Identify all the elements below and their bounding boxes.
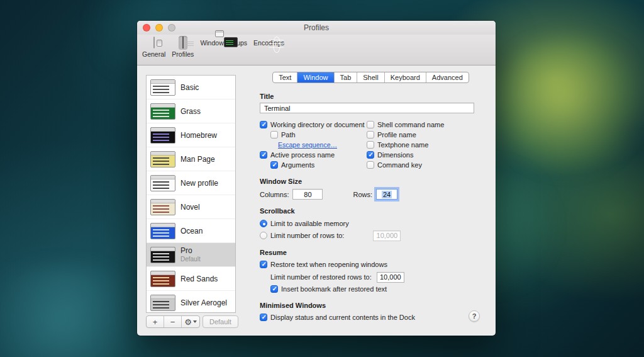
profile-row-ocean[interactable]: Ocean	[147, 219, 235, 243]
radio-label: Limit to available memory	[270, 220, 349, 227]
profile-thumbnail	[150, 175, 175, 191]
columns-input[interactable]: 80	[292, 189, 323, 200]
checkbox[interactable]	[367, 131, 374, 139]
profile-name: Homebrew	[180, 131, 217, 140]
checkbox-label: Shell command name	[377, 121, 444, 128]
toolbar-item-general[interactable]: General	[142, 36, 165, 58]
checkbox[interactable]	[260, 151, 267, 159]
working-directory-checkbox-row[interactable]: Working directory or document	[260, 120, 367, 130]
command-key-checkbox-row[interactable]: Command key	[367, 160, 482, 170]
checkbox-label: Active process name	[270, 151, 335, 159]
insert-bookmark-checkbox-row[interactable]: Insert bookmark after restored text	[260, 284, 482, 294]
dimensions-checkbox-row[interactable]: Dimensions	[367, 150, 482, 160]
profile-name: Silver Aerogel	[180, 298, 227, 307]
help-button[interactable]: ?	[469, 310, 480, 322]
path-checkbox-row[interactable]: Path	[260, 130, 367, 140]
checkbox[interactable]	[270, 285, 278, 293]
profile-name: Novel	[180, 203, 200, 212]
scrollback-rows-input[interactable]: 10,000	[373, 230, 401, 241]
profile-list: Basic Grass Homebrew Man Page New profil…	[146, 75, 236, 313]
tab-text[interactable]: Text	[273, 72, 297, 82]
checkbox[interactable]	[367, 121, 374, 128]
tab-shell[interactable]: Shell	[357, 72, 384, 82]
profile-row-pro[interactable]: Pro Default	[147, 243, 235, 267]
checkbox[interactable]	[367, 151, 374, 159]
window-size-heading: Window Size	[260, 178, 482, 185]
profile-row-homebrew[interactable]: Homebrew	[147, 123, 235, 147]
escape-sequence-link[interactable]: Escape sequence…	[278, 141, 337, 149]
textphone-name-checkbox-row[interactable]: Textphone name	[367, 140, 482, 150]
set-default-button[interactable]: Default	[203, 315, 238, 328]
zoom-button[interactable]	[168, 24, 175, 31]
add-profile-button[interactable]: +	[147, 316, 164, 327]
profile-row-man-page[interactable]: Man Page	[147, 147, 235, 171]
checkbox[interactable]	[260, 314, 267, 321]
profile-thumbnail	[150, 79, 175, 96]
profile-name: Grass	[180, 107, 201, 116]
checkbox-label: Working directory or document	[270, 121, 365, 128]
arguments-checkbox-row[interactable]: Arguments	[260, 160, 367, 170]
profile-thumbnail	[150, 271, 175, 287]
checkbox[interactable]	[260, 121, 267, 128]
profile-thumbnail	[150, 103, 175, 120]
active-process-checkbox-row[interactable]: Active process name	[260, 150, 367, 160]
toolbar-item-profiles[interactable]: Profiles	[172, 36, 194, 58]
limit-rows-radio-row[interactable]: Limit number of rows to: 10,000	[260, 230, 482, 241]
profile-row-new-profile[interactable]: New profile	[147, 171, 235, 195]
toolbar-item-window-groups[interactable]: Window Groups	[200, 36, 247, 47]
profile-row-basic[interactable]: Basic	[147, 76, 235, 99]
checkbox-label: Display status and current contents in t…	[270, 314, 415, 321]
checkbox-label: Command key	[377, 161, 422, 169]
checkbox[interactable]	[270, 131, 278, 139]
window-title-input[interactable]: Terminal	[260, 103, 474, 113]
restored-rows-row: Limit number of restored rows to: 10,000	[260, 271, 482, 283]
profile-row-red-sands[interactable]: Red Sands	[147, 267, 235, 291]
radio-button[interactable]	[260, 232, 267, 239]
scrollback-heading: Scrollback	[260, 207, 482, 215]
toolbar-item-encodings[interactable]: Encodings	[253, 36, 284, 47]
titlebar[interactable]: Profiles	[137, 21, 496, 35]
preferences-window: Profiles General Profiles Window Groups …	[137, 21, 496, 336]
profile-list-footer: + − ⚙ Default	[146, 315, 247, 329]
profile-thumbnail	[150, 247, 175, 263]
title-section-heading: Title	[260, 93, 482, 100]
profile-row-grass[interactable]: Grass	[147, 99, 235, 123]
checkbox-label: Restore text when reopening windows	[270, 261, 387, 268]
radio-button[interactable]	[260, 220, 267, 227]
checkbox-label: Insert bookmark after restored text	[281, 285, 387, 293]
close-button[interactable]	[143, 24, 150, 31]
profile-name-checkbox-row[interactable]: Profile name	[367, 130, 482, 140]
checkbox-label: Path	[281, 131, 296, 139]
limit-memory-radio-row[interactable]: Limit to available memory	[260, 218, 482, 229]
profile-row-novel[interactable]: Novel	[147, 195, 235, 219]
remove-profile-button[interactable]: −	[164, 316, 182, 327]
tab-window[interactable]: Window	[297, 72, 333, 82]
title-options: Working directory or document Path Escap…	[260, 120, 482, 170]
traffic-lights	[143, 24, 175, 31]
profile-row-silver-aerogel[interactable]: Silver Aerogel	[147, 291, 235, 313]
tab-keyboard[interactable]: Keyboard	[384, 72, 426, 82]
shell-command-checkbox-row[interactable]: Shell command name	[367, 120, 482, 130]
restored-rows-input[interactable]: 10,000	[377, 272, 404, 283]
checkbox[interactable]	[367, 141, 374, 149]
checkbox[interactable]	[367, 161, 374, 169]
tab-advanced[interactable]: Advanced	[426, 72, 469, 82]
columns-value: 80	[304, 191, 311, 198]
window-title-value: Terminal	[264, 105, 291, 112]
profile-actions-button[interactable]: ⚙	[182, 316, 199, 327]
scrollback-rows-value: 10,000	[377, 232, 398, 239]
general-icon	[153, 37, 155, 48]
minimize-button[interactable]	[155, 24, 163, 31]
dock-contents-checkbox-row[interactable]: Display status and current contents in t…	[260, 312, 482, 322]
restore-text-checkbox-row[interactable]: Restore text when reopening windows	[260, 259, 482, 269]
settings-tabs: Text Window Tab Shell Keyboard Advanced	[272, 72, 469, 83]
checkbox[interactable]	[260, 261, 267, 268]
resume-heading: Resume	[260, 249, 482, 256]
window-size-row: Columns: 80 Rows: 24	[260, 189, 482, 200]
window-title: Profiles	[304, 23, 329, 32]
toolbar: General Profiles Window Groups Encodings	[137, 35, 496, 65]
checkbox[interactable]	[270, 161, 278, 169]
rows-input[interactable]: 24	[376, 189, 397, 200]
profile-thumbnail	[150, 199, 175, 215]
tab-tab[interactable]: Tab	[334, 72, 357, 82]
